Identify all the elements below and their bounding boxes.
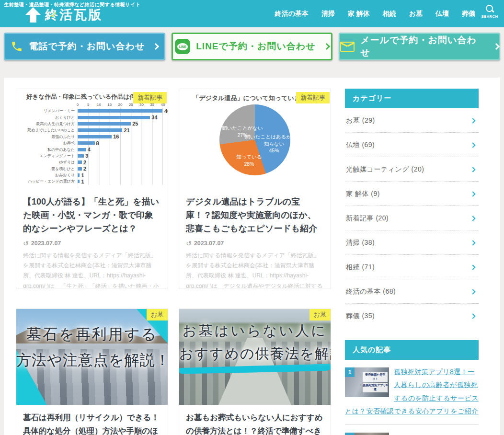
article-1-title[interactable]: 【100人が語る】「生と死」を描いた映画・小説・マンガ・歌で印象的なシーンやフレ…	[16, 190, 168, 238]
bar-row: お葬式8	[21, 140, 163, 146]
category-item-2[interactable]: 仏壇 (69)	[345, 133, 479, 157]
search-icon	[486, 5, 493, 12]
bar	[78, 160, 82, 164]
photo-overlay-line: お墓はいらない人に	[179, 321, 331, 341]
bar-value-label: 34	[151, 114, 157, 120]
nav-item-5[interactable]: お墓	[409, 10, 423, 18]
article-4-title[interactable]: お墓もお葬式もいらない人におすすめの供養方法とは！？終活で準備すべきことや注意点…	[179, 405, 331, 435]
category-badge-grave[interactable]: お墓	[309, 309, 331, 321]
chevron-right-icon	[470, 216, 475, 221]
bar-category-label: ハッピー・エンドの選び方	[21, 179, 78, 184]
phone-contact-button[interactable]: 電話で予約・お問い合わせ	[4, 33, 165, 60]
article-2-excerpt: 終活に関する情報を発信するメディア「終活瓦版」を展開する株式会社林商会(本社：滋…	[179, 247, 331, 288]
bar-value-label: 8	[96, 140, 99, 146]
category-label: 仏壇 (69)	[346, 141, 375, 149]
bar-row: 愛を積むひと2	[21, 166, 163, 172]
categories-header: カテゴリー	[345, 89, 479, 108]
bar-category-label: リメンバー・ミー	[21, 108, 78, 114]
bar-plot: 1	[78, 178, 163, 184]
article-1-image: 新着記事 好きな作品・印象に残っている作品は何ですか? 051015202530…	[16, 89, 168, 190]
bar-row: リメンバー・ミー40	[21, 108, 163, 114]
bar-category-label: 最高の人生の見つけ方	[21, 121, 78, 126]
chevron-right-icon	[470, 313, 475, 319]
bar-plot: 16	[78, 134, 163, 140]
bar-plot: 8	[78, 140, 163, 146]
phone-icon	[11, 40, 23, 53]
bar-value-label: 21	[124, 127, 129, 133]
bar	[78, 128, 122, 132]
pie-slice-label: 知っている28%	[230, 153, 268, 167]
bar	[78, 135, 112, 138]
category-item-8[interactable]: 終活の基本 (68)	[345, 279, 479, 304]
popular-item-1[interactable]: 1 安否確認や見守り！ 孤独死対策アプリ8選 孤独死対策アプリ8選！一人暮らしの…	[345, 360, 479, 423]
category-item-9[interactable]: 葬儀 (35)	[345, 304, 479, 328]
bar-plot: 4	[78, 146, 163, 152]
category-item-5[interactable]: 新着記事 (20)	[345, 206, 479, 230]
category-item-3[interactable]: 光触媒コーティング (20)	[345, 157, 479, 182]
bar-plot: 34	[78, 114, 163, 120]
site-logo[interactable]: 終活瓦版 ✓	[25, 6, 103, 23]
category-label: 光触媒コーティング (20)	[346, 165, 424, 174]
main-panel: 新着記事 好きな作品・印象に残っている作品は何ですか? 051015202530…	[4, 78, 500, 435]
thumbnail-caption: 安否確認や見守り！ 孤独死対策アプリ8選	[363, 372, 388, 393]
category-label: 終活の基本 (68)	[346, 287, 396, 296]
new-article-badge[interactable]: 新着記事	[133, 92, 167, 103]
bar-row: 最強のふたり16	[21, 134, 163, 140]
bar-category-label: お葬式	[21, 140, 78, 146]
article-card-3[interactable]: お墓 墓石を再利用する 方法や注意点を解説！ 墓石は再利用（リサイクル）できる！…	[16, 309, 168, 435]
line-contact-label: LINEで予約・お問い合わせ	[196, 40, 316, 53]
pie-slice-label: 聞いたことがない27%	[219, 125, 265, 138]
article-3-title[interactable]: 墓石は再利用（リサイクル）できる！具体的な処分（処理）方法や手順のほか、注意点も…	[16, 405, 168, 435]
nav-item-3[interactable]: 家 解体	[348, 10, 370, 18]
category-item-4[interactable]: 家 解体 (9)	[345, 182, 479, 206]
article-card-2[interactable]: 新着記事 「デジタル遺品」について知っていますか? 聞いたことはあるが よく知ら…	[179, 89, 331, 288]
chevron-right-icon	[323, 43, 330, 50]
rank-badge: 2	[345, 433, 355, 435]
category-badge-grave[interactable]: お墓	[147, 309, 168, 321]
bar-plot: 2	[78, 159, 163, 165]
chevron-right-icon	[470, 264, 475, 270]
bar-value-label: 2	[83, 166, 86, 172]
bar	[78, 154, 84, 158]
nav-item-6[interactable]: 仏壇	[435, 10, 449, 18]
bar-plot: 3	[78, 153, 163, 159]
article-card-4[interactable]: お墓 お墓はいらない人に おすすめの供養法を解説 お墓もお葬式もいらない人におす…	[179, 309, 331, 435]
bar-row: ハッピー・エンドの選び方1	[21, 178, 163, 184]
bar-plot: 40	[78, 108, 163, 114]
new-article-badge[interactable]: 新着記事	[296, 92, 330, 103]
bar-plot: 25	[78, 121, 163, 127]
article-4-image: お墓 お墓はいらない人に おすすめの供養法を解説	[179, 309, 331, 405]
article-1-date: 2023.07.07	[31, 240, 61, 247]
photo-overlay-line: 方法や注意点を解説！	[16, 350, 168, 370]
bar-category-label: エンディングノート	[21, 153, 78, 159]
bar-category-label: 最強のふたり	[21, 134, 78, 139]
popular-item-2[interactable]: 2	[345, 425, 479, 435]
page: 生前整理・遺品整理・特殊清掃など終活に関する情報サイト 終活瓦版 ✓ 終活の基本…	[0, 0, 504, 435]
bar-row: 最高の人生の見つけ方25	[21, 121, 163, 127]
chevron-right-icon	[470, 191, 475, 196]
article-card-1[interactable]: 新着記事 好きな作品・印象に残っている作品は何ですか? 051015202530…	[16, 89, 168, 288]
category-item-6[interactable]: 清掃 (38)	[345, 230, 479, 255]
category-item-1[interactable]: お墓 (29)	[345, 108, 479, 133]
category-item-7[interactable]: 相続 (71)	[345, 255, 479, 279]
nav-item-7[interactable]: 葬儀	[462, 10, 475, 18]
line-contact-button[interactable]: LINE LINEで予約・お問い合わせ	[172, 33, 333, 60]
bar-row: 死ぬまでにしたい10のこと21	[21, 127, 163, 133]
bar-category-label: 愛を積むひと	[21, 166, 78, 172]
nav-item-1[interactable]: 終活の基本	[275, 10, 308, 18]
nav-item-2[interactable]: 清掃	[321, 10, 335, 18]
bar-value-label: 2	[83, 160, 86, 165]
mail-contact-button[interactable]: メールで予約・お問い合わせ	[339, 33, 500, 60]
bar	[78, 109, 163, 113]
chevron-right-icon	[152, 43, 159, 50]
bar-value-label: 25	[132, 121, 138, 126]
bar	[78, 180, 80, 183]
bar-plot: 1	[78, 172, 163, 178]
nav-item-4[interactable]: 相続	[383, 10, 396, 18]
category-label: 新着記事 (20)	[346, 214, 389, 223]
rank-badge: 1	[345, 367, 355, 377]
search-button[interactable]: SEARCH	[480, 5, 499, 19]
home-arrow-icon	[25, 7, 41, 23]
chevron-right-icon	[470, 167, 475, 172]
article-2-title[interactable]: デジタル遺品はトラブルの宝庫！？認知度や実施意向のほか、悲喜こもごもなエピソード…	[179, 190, 331, 238]
